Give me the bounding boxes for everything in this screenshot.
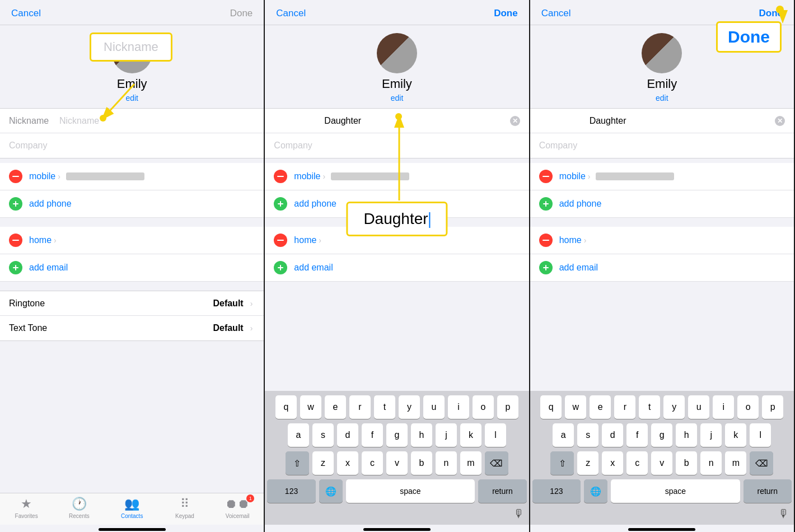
done-button-3[interactable]: Done <box>759 8 783 19</box>
key-m-3[interactable]: m <box>725 451 746 475</box>
tab-voicemail-1[interactable]: ⏺⏺ 1 Voicemail <box>211 497 264 519</box>
remove-email-3[interactable] <box>539 234 553 247</box>
key-m-2[interactable]: m <box>460 451 481 475</box>
done-button-2[interactable]: Done <box>494 8 518 19</box>
key-y-3[interactable]: y <box>663 395 685 419</box>
clear-nickname-3[interactable]: ✕ <box>775 116 785 126</box>
add-phone-btn-1[interactable] <box>9 197 22 211</box>
key-r-2[interactable]: r <box>349 395 371 419</box>
key-i-2[interactable]: i <box>448 395 469 419</box>
edit-link-3[interactable]: edit <box>656 94 668 102</box>
key-s-2[interactable]: s <box>312 423 334 447</box>
home-label-2[interactable]: home <box>294 235 316 245</box>
remove-email-1[interactable] <box>9 234 22 247</box>
done-button-1[interactable]: Done <box>230 8 253 19</box>
key-r-3[interactable]: r <box>614 395 635 419</box>
key-e-2[interactable]: e <box>325 395 346 419</box>
key-delete-3[interactable]: ⌫ <box>750 451 773 475</box>
key-i-3[interactable]: i <box>713 395 734 419</box>
home-label-1[interactable]: home <box>29 235 52 245</box>
key-space-3[interactable]: space <box>611 479 740 503</box>
key-z-3[interactable]: z <box>577 451 598 475</box>
key-shift-2[interactable]: ⇧ <box>286 451 309 475</box>
texttone-row-1[interactable]: Text Tone Default › <box>0 316 264 340</box>
add-email-label-1[interactable]: add email <box>29 263 68 273</box>
cancel-button-2[interactable]: Cancel <box>276 8 306 19</box>
key-b-3[interactable]: b <box>676 451 697 475</box>
edit-link-2[interactable]: edit <box>391 94 404 102</box>
key-d-3[interactable]: d <box>602 423 623 447</box>
company-input-3[interactable] <box>539 141 785 151</box>
ringtone-row-1[interactable]: Ringtone Default › <box>0 291 264 316</box>
cancel-button-3[interactable]: Cancel <box>541 8 571 19</box>
add-email-label-2[interactable]: add email <box>294 263 333 273</box>
key-globe-2[interactable]: 🌐 <box>319 479 343 503</box>
nickname-input-2[interactable] <box>324 116 509 126</box>
key-c-3[interactable]: c <box>626 451 648 475</box>
key-u-2[interactable]: u <box>423 395 445 419</box>
key-x-2[interactable]: x <box>337 451 358 475</box>
remove-phone-2[interactable] <box>274 170 287 183</box>
remove-email-2[interactable] <box>274 234 287 247</box>
key-a-3[interactable]: a <box>553 423 574 447</box>
key-s-3[interactable]: s <box>577 423 598 447</box>
key-q-2[interactable]: q <box>275 395 297 419</box>
key-delete-2[interactable]: ⌫ <box>485 451 508 475</box>
key-y-2[interactable]: y <box>399 395 420 419</box>
remove-phone-3[interactable] <box>539 170 553 183</box>
key-d-2[interactable]: d <box>337 423 358 447</box>
tab-keypad-1[interactable]: ⠿ Keypad <box>158 497 211 519</box>
key-shift-3[interactable]: ⇧ <box>550 451 574 475</box>
edit-link-1[interactable]: edit <box>125 94 138 102</box>
key-return-2[interactable]: return <box>478 479 526 503</box>
key-g-3[interactable]: g <box>651 423 672 447</box>
key-f-3[interactable]: f <box>626 423 648 447</box>
key-v-2[interactable]: v <box>386 451 408 475</box>
key-globe-3[interactable]: 🌐 <box>584 479 607 503</box>
key-p-2[interactable]: p <box>497 395 518 419</box>
key-123-3[interactable]: 123 <box>532 479 581 503</box>
key-l-2[interactable]: l <box>485 423 506 447</box>
key-e-3[interactable]: e <box>590 395 611 419</box>
key-c-2[interactable]: c <box>362 451 383 475</box>
mobile-label-3[interactable]: mobile <box>559 171 586 181</box>
key-l-3[interactable]: l <box>750 423 771 447</box>
mobile-label-2[interactable]: mobile <box>294 171 320 181</box>
home-label-3[interactable]: home <box>559 235 582 245</box>
add-email-btn-2[interactable] <box>274 261 287 274</box>
nickname-input-1[interactable] <box>59 116 255 126</box>
mobile-label-1[interactable]: mobile <box>29 171 55 181</box>
key-q-3[interactable]: q <box>540 395 562 419</box>
remove-phone-1[interactable] <box>9 170 22 183</box>
tab-recents-1[interactable]: 🕐 Recents <box>53 497 105 519</box>
add-phone-label-1[interactable]: add phone <box>29 199 72 209</box>
key-h-2[interactable]: h <box>411 423 432 447</box>
key-k-3[interactable]: k <box>725 423 746 447</box>
key-h-3[interactable]: h <box>676 423 697 447</box>
key-k-2[interactable]: k <box>460 423 481 447</box>
cancel-button-1[interactable]: Cancel <box>11 8 41 19</box>
key-f-2[interactable]: f <box>362 423 383 447</box>
key-n-3[interactable]: n <box>700 451 722 475</box>
add-phone-label-2[interactable]: add phone <box>294 199 336 209</box>
clear-nickname-2[interactable]: ✕ <box>510 116 520 126</box>
key-return-3[interactable]: return <box>743 479 792 503</box>
add-phone-btn-3[interactable] <box>539 197 553 211</box>
key-w-2[interactable]: w <box>300 395 321 419</box>
add-phone-label-3[interactable]: add phone <box>559 199 602 209</box>
key-g-2[interactable]: g <box>386 423 408 447</box>
key-n-2[interactable]: n <box>436 451 457 475</box>
key-t-2[interactable]: t <box>374 395 395 419</box>
tab-favorites-1[interactable]: ★ Favorites <box>0 497 53 519</box>
company-input-1[interactable] <box>9 141 255 151</box>
add-phone-btn-2[interactable] <box>274 197 287 211</box>
key-z-2[interactable]: z <box>312 451 334 475</box>
company-input-2[interactable] <box>274 141 520 151</box>
add-email-label-3[interactable]: add email <box>559 263 598 273</box>
key-j-3[interactable]: j <box>700 423 722 447</box>
key-123-2[interactable]: 123 <box>267 479 315 503</box>
key-j-2[interactable]: j <box>436 423 457 447</box>
key-x-3[interactable]: x <box>602 451 623 475</box>
tab-contacts-1[interactable]: 👥 Contacts <box>106 497 158 519</box>
key-v-3[interactable]: v <box>651 451 672 475</box>
